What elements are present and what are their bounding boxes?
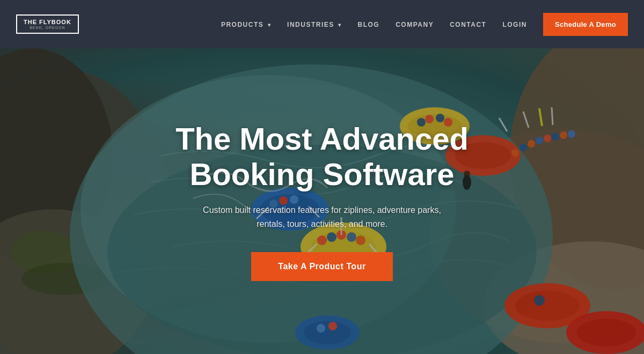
schedule-demo-button[interactable]: Schedule A Demo xyxy=(543,13,628,36)
product-tour-button[interactable]: Take A Product Tour xyxy=(251,252,392,281)
navbar: THE FLYBOOK BEND, OREGON PRODUCTS ▾ INDU… xyxy=(0,0,644,48)
nav-item-products[interactable]: PRODUCTS ▾ xyxy=(221,19,271,29)
nav-links: PRODUCTS ▾ INDUSTRIES ▾ BLOG COMPANY CON… xyxy=(221,19,527,29)
hero-section: The Most Advanced Booking Software Custo… xyxy=(0,48,644,354)
nav-link-contact[interactable]: CONTACT xyxy=(450,21,486,28)
logo[interactable]: THE FLYBOOK BEND, OREGON xyxy=(16,14,79,33)
nav-link-products[interactable]: PRODUCTS ▾ xyxy=(221,21,271,28)
chevron-down-icon: ▾ xyxy=(265,22,271,28)
nav-item-contact[interactable]: CONTACT xyxy=(450,19,486,29)
hero-title: The Most Advanced Booking Software xyxy=(134,121,510,193)
nav-item-industries[interactable]: INDUSTRIES ▾ xyxy=(287,19,341,29)
nav-link-blog[interactable]: BLOG xyxy=(358,21,380,28)
chevron-down-icon: ▾ xyxy=(336,22,342,28)
logo-title: THE FLYBOOK xyxy=(24,19,71,25)
hero-subtitle: Custom built reservation features for zi… xyxy=(188,203,456,231)
nav-item-company[interactable]: COMPANY xyxy=(396,19,434,29)
nav-item-blog[interactable]: BLOG xyxy=(358,19,380,29)
nav-link-company[interactable]: COMPANY xyxy=(396,21,434,28)
nav-link-industries[interactable]: INDUSTRIES ▾ xyxy=(287,21,341,28)
hero-content: The Most Advanced Booking Software Custo… xyxy=(0,48,644,354)
nav-item-login[interactable]: LOGIN xyxy=(502,19,527,29)
logo-subtitle: BEND, OREGON xyxy=(24,26,71,30)
nav-link-login[interactable]: LOGIN xyxy=(502,21,527,28)
